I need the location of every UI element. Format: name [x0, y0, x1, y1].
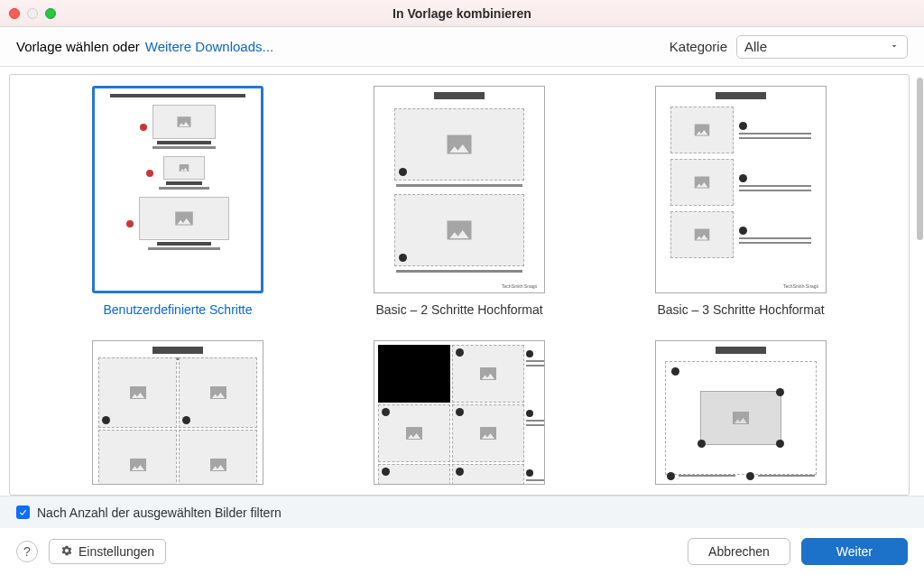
svg-point-0: [180, 117, 182, 120]
button-row: ? Einstellungen Abbrechen Weiter: [0, 528, 924, 575]
svg-point-4: [452, 223, 457, 227]
filter-row: Nach Anzahl der ausgewählten Bilder filt…: [0, 496, 924, 528]
more-downloads-link[interactable]: Weitere Downloads...: [145, 39, 273, 54]
chevron-down-icon: [889, 39, 900, 54]
svg-point-12: [484, 369, 486, 372]
template-item-dark-grid[interactable]: [346, 340, 573, 485]
template-label: Benutzerdefinierte Schritte: [104, 302, 253, 317]
template-label: Basic – 2 Schritte Hochformat: [375, 302, 542, 317]
svg-point-5: [698, 125, 700, 128]
template-thumb: TechSmith Snagit: [374, 86, 545, 293]
category-select-value: Alle: [744, 39, 767, 54]
window-title: In Vorlage kombinieren: [0, 6, 924, 21]
cancel-button[interactable]: Abbrechen: [688, 538, 790, 565]
header-row: Vorlage wählen oder Weitere Downloads...…: [0, 27, 924, 67]
template-label: Basic – 3 Schritte Hochformat: [657, 302, 824, 317]
settings-button[interactable]: Einstellungen: [49, 539, 166, 564]
svg-point-6: [698, 178, 700, 181]
template-item-basic-3-portrait[interactable]: TechSmith Snagit Basic – 3 Schritte Hoch…: [627, 86, 855, 317]
svg-point-9: [213, 388, 216, 391]
template-thumb: [92, 340, 263, 485]
scrollbar-thumb[interactable]: [917, 78, 923, 240]
titlebar: In Vorlage kombinieren: [0, 0, 924, 27]
thumb-footer: TechSmith Snagit: [502, 283, 537, 289]
category-select[interactable]: Alle: [736, 35, 908, 59]
svg-point-14: [484, 429, 486, 431]
svg-point-13: [410, 429, 412, 431]
template-item-custom-steps[interactable]: Benutzerdefinierte Schritte: [64, 86, 291, 317]
template-grid-container: Benutzerdefinierte Schritte TechSmith Sn…: [9, 74, 910, 496]
filter-label: Nach Anzahl der ausgewählten Bilder filt…: [37, 505, 282, 520]
template-item-callout-4[interactable]: [627, 340, 855, 485]
template-thumb: TechSmith Snagit: [655, 86, 827, 293]
help-icon: ?: [23, 544, 31, 559]
svg-point-2: [179, 213, 181, 216]
category-label: Kategorie: [670, 39, 727, 54]
svg-point-1: [181, 165, 183, 167]
svg-point-7: [698, 230, 700, 233]
svg-point-8: [133, 388, 135, 391]
choose-template-label: Vorlage wählen oder: [16, 39, 140, 54]
content-area: Benutzerdefinierte Schritte TechSmith Sn…: [0, 67, 924, 496]
settings-label: Einstellungen: [79, 544, 154, 559]
template-item-basic-2-portrait[interactable]: TechSmith Snagit Basic – 2 Schritte Hoch…: [346, 86, 573, 317]
help-button[interactable]: ?: [16, 541, 38, 562]
next-button[interactable]: Weiter: [801, 538, 908, 565]
template-thumb: [655, 340, 827, 485]
next-label: Weiter: [836, 544, 873, 559]
svg-point-11: [213, 460, 216, 463]
zoom-icon[interactable]: [45, 8, 56, 19]
template-thumb: [374, 340, 545, 485]
template-thumb: [92, 86, 263, 293]
minimize-icon: [27, 8, 38, 19]
thumb-footer: TechSmith Snagit: [783, 283, 818, 289]
scrollbar[interactable]: [915, 74, 924, 496]
gear-icon: [60, 544, 73, 560]
svg-point-17: [736, 413, 739, 416]
filter-checkbox[interactable]: [16, 505, 30, 519]
traffic-lights: [9, 8, 56, 19]
svg-point-3: [452, 137, 457, 142]
template-item-grid-4[interactable]: [64, 340, 291, 485]
cancel-label: Abbrechen: [708, 544, 770, 559]
svg-point-10: [133, 460, 135, 463]
close-icon[interactable]: [9, 8, 20, 19]
